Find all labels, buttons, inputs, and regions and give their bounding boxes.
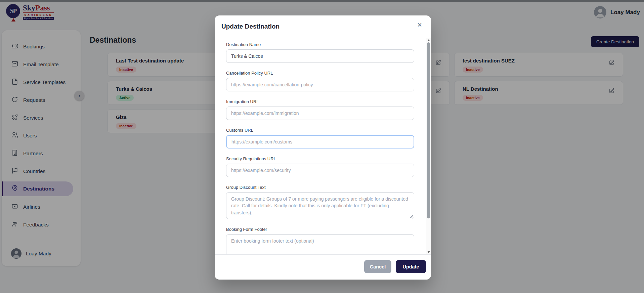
field-group-discount-text: Group Discount Text — [226, 185, 414, 219]
field-label: Booking Form Footer — [226, 227, 414, 232]
field-label: Customs URL — [226, 128, 414, 133]
modal-header: Update Destination × — [215, 15, 431, 38]
field-label: Cancellation Policy URL — [226, 71, 414, 76]
scrollbar-thumb[interactable] — [427, 42, 430, 218]
modal-body: Destination Name Cancellation Policy URL… — [215, 38, 426, 254]
customs-url-input[interactable] — [226, 135, 414, 149]
destination-name-input[interactable] — [226, 49, 414, 63]
close-icon[interactable]: × — [415, 20, 424, 30]
immigration-url-input[interactable] — [226, 107, 414, 120]
close-glyph: × — [417, 20, 422, 29]
field-immigration-url: Immigration URL — [226, 99, 414, 120]
field-label: Immigration URL — [226, 99, 414, 104]
scroll-down-icon[interactable] — [427, 251, 430, 253]
field-label: Group Discount Text — [226, 185, 414, 190]
update-button[interactable]: Update — [396, 260, 426, 273]
scroll-up-icon[interactable] — [427, 39, 430, 41]
security-regulations-url-input[interactable] — [226, 164, 414, 177]
modal-footer: Cancel Update — [215, 254, 431, 280]
resize-handle[interactable] — [410, 215, 413, 218]
modal-scrollbar[interactable] — [426, 38, 431, 254]
update-destination-modal: Update Destination × Destination Name Ca… — [215, 15, 431, 280]
field-booking-form-footer: Booking Form Footer — [226, 227, 414, 254]
modal-title: Update Destination — [221, 23, 280, 30]
cancellation-policy-url-input[interactable] — [226, 78, 414, 91]
field-label: Security Regulations URL — [226, 156, 414, 161]
booking-form-footer-textarea[interactable] — [226, 234, 414, 254]
field-destination-name: Destination Name — [226, 42, 414, 63]
cancel-button[interactable]: Cancel — [364, 260, 391, 273]
field-customs-url: Customs URL — [226, 128, 414, 149]
field-cancellation-policy-url: Cancellation Policy URL — [226, 71, 414, 91]
group-discount-textarea[interactable] — [226, 192, 414, 219]
field-security-regulations-url: Security Regulations URL — [226, 156, 414, 177]
field-label: Destination Name — [226, 42, 414, 47]
